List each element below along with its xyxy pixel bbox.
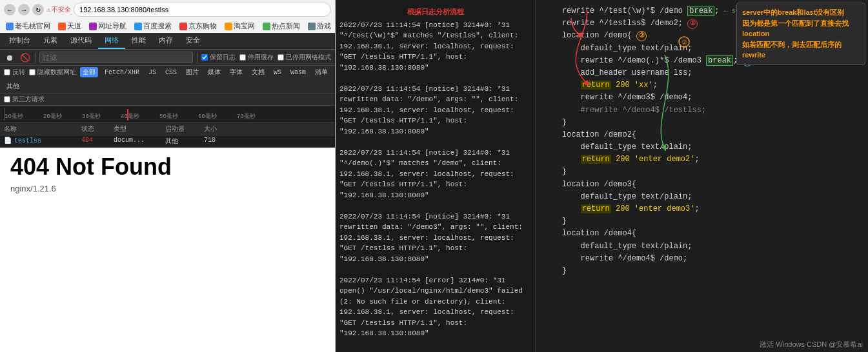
toolbar-divider (197, 52, 197, 63)
filter-manifest[interactable]: 清单 (312, 67, 330, 77)
nav-back-button[interactable]: ← (4, 4, 15, 15)
col-header-status: 状态 (81, 124, 114, 133)
bookmarks-bar: 老毛桃官网 天道 网址导航 百度搜索 京东购物 淘宝网 (4, 19, 331, 33)
col-header-initiator: 启动器 (165, 124, 204, 133)
filter-js[interactable]: JS (146, 68, 159, 77)
devtools-tabs: 控制台 元素 源代码 网络 性能 内存 安全 (0, 33, 335, 50)
right-panel: server中的break和last没有区别因为都是第一个匹配到了直接去找loc… (536, 0, 868, 352)
timeline-bar: 10毫秒 20毫秒 30毫秒 40毫秒 50毫秒 60毫秒 70毫秒 (0, 106, 335, 123)
browser-chrome: ← → ↻ ⚠ 不安全 老毛桃官网 天道 网址导航 (0, 0, 335, 33)
tab-console[interactable]: 控制台 (3, 33, 37, 49)
devtools-toolbar: ⏺ 🚫 保留日志 停用缓存 已停用网络模式 (0, 50, 335, 66)
bookmark-icon (225, 23, 232, 30)
annotation-box: server中的break和last没有区别因为都是第一个匹配到了直接去找loc… (736, 3, 865, 65)
filter-all[interactable]: 全部 (80, 67, 98, 77)
clear-button[interactable]: 🚫 (19, 52, 31, 63)
filter-doc[interactable]: 文档 (249, 67, 267, 77)
page-404: 404 Not Found nginx/1.21.6 (0, 148, 335, 352)
bookmark-item[interactable]: 天道 (56, 21, 83, 32)
bookmark-item[interactable]: 网址导航 (87, 21, 128, 32)
marker-70ms: 70毫秒 (237, 112, 256, 121)
request-status: 404 (81, 137, 114, 146)
nav-refresh-button[interactable]: ↻ (32, 4, 44, 15)
preserve-log-checkbox[interactable]: 保留日志 (201, 53, 236, 62)
code-line: } (543, 215, 860, 228)
code-line: } (543, 265, 860, 277)
filter-input[interactable] (39, 52, 193, 63)
code-line: add_header username lss; (543, 67, 860, 79)
left-panel: ← → ↻ ⚠ 不安全 老毛桃官网 天道 网址导航 (0, 0, 336, 352)
address-bar[interactable] (74, 3, 331, 17)
watermark: 激活 Windows CSDN @安慕希ai (760, 340, 863, 349)
third-party-checkbox[interactable]: 第三方请求 (4, 95, 45, 104)
nav-forward-button[interactable]: → (18, 4, 30, 15)
code-line: default_type text/plain; (543, 240, 860, 253)
filter-font[interactable]: 字体 (227, 67, 245, 77)
hide-data-url-checkbox[interactable]: 隐藏数据网址 (29, 68, 76, 77)
marker-50ms: 50毫秒 (159, 112, 178, 121)
bookmark-icon (134, 23, 142, 30)
log-entry-5: 2022/07/23 11:14:54 [error] 3214#0: *31 … (339, 275, 531, 339)
marker-40ms: 40毫秒 (121, 112, 139, 121)
code-line: default_type text/plain; (543, 141, 860, 153)
filter-fetch[interactable]: Fetch/XHR (102, 68, 142, 77)
log-entry-1: 2022/07/23 11:14:54 [notice] 3214#0: *31… (339, 20, 531, 73)
disable-cache-checkbox[interactable]: 停用缓存 (239, 53, 274, 62)
tab-performance[interactable]: 性能 (125, 33, 152, 49)
marker-60ms: 60毫秒 (198, 112, 217, 121)
browser-nav: ← → ↻ ⚠ 不安全 (4, 3, 331, 17)
filter-other[interactable]: 其他 (4, 81, 22, 92)
table-row[interactable]: 📄testlss 404 docum... 其他 710 (0, 135, 335, 148)
error-subtitle: nginx/1.21.6 (10, 184, 325, 193)
filter-media[interactable]: 媒体 (205, 67, 223, 77)
code-line: return 200 'enter demo2'; (543, 153, 860, 166)
filter-css[interactable]: CSS (163, 68, 179, 77)
filter-ws[interactable]: WS (271, 68, 284, 77)
bookmark-icon (308, 23, 316, 30)
code-line: default_type text/plain; (543, 191, 860, 203)
offline-mode-checkbox[interactable]: 已停用网络模式 (278, 53, 331, 62)
timeline-indicator (127, 109, 128, 121)
code-line: } (543, 117, 860, 129)
bookmark-item[interactable]: 京东购物 (177, 21, 219, 32)
bookmark-item[interactable]: 百度搜索 (132, 21, 174, 32)
code-line: } (543, 166, 860, 178)
col-header-type: 类型 (114, 124, 165, 133)
code-line: location /demo3{ (543, 179, 860, 191)
request-table-header: 名称 状态 类型 启动器 大小 (0, 123, 335, 135)
code-line: location /demo2{ (543, 129, 860, 141)
bookmark-icon (58, 23, 66, 30)
bookmark-item[interactable]: 热点新闻 (261, 21, 302, 32)
tab-security[interactable]: 安全 (179, 33, 207, 49)
toolbar-divider (35, 52, 35, 63)
bookmark-item[interactable]: 游戏... (306, 21, 331, 32)
doc-icon: 📄 (4, 137, 12, 144)
bookmark-item[interactable]: 淘宝网 (223, 21, 257, 32)
marker-20ms: 20毫秒 (43, 112, 62, 121)
filter-wasm[interactable]: Wasm (288, 68, 308, 77)
marker-30ms: 30毫秒 (82, 112, 101, 121)
tab-elements[interactable]: 元素 (37, 33, 64, 49)
bookmark-icon (89, 23, 97, 30)
bookmark-item[interactable]: 老毛桃官网 (4, 21, 52, 32)
invert-checkbox[interactable]: 反转 (4, 68, 25, 77)
bookmark-icon (263, 23, 270, 30)
third-party-row: 第三方请求 (0, 93, 335, 106)
code-line: return 200 'xx'; (543, 79, 860, 92)
tab-sources[interactable]: 源代码 (64, 33, 98, 49)
record-button[interactable]: ⏺ (4, 52, 15, 63)
request-type: docum... (114, 137, 165, 146)
code-line: location /demo4{ (543, 228, 860, 240)
log-title: 根据日志分析流程 (339, 6, 531, 17)
code-line: rewrite ^/demo4$ /demo; (543, 253, 860, 265)
tab-network[interactable]: 网络 (98, 33, 125, 49)
code-line: rewrite ^/demo3$ /demo4; (543, 92, 860, 104)
tab-memory[interactable]: 内存 (152, 33, 179, 49)
marker-10ms: 10毫秒 (5, 112, 23, 121)
bookmark-icon (179, 23, 187, 30)
col-header-size: 大小 (204, 124, 230, 133)
filter-img[interactable]: 图片 (183, 67, 201, 77)
annotation-text: server中的break和last没有区别因为都是第一个匹配到了直接去找loc… (742, 8, 849, 59)
request-name: 📄testlss (4, 137, 81, 146)
log-entry-2: 2022/07/23 11:14:54 [notice] 3214#0: *31… (339, 84, 531, 137)
